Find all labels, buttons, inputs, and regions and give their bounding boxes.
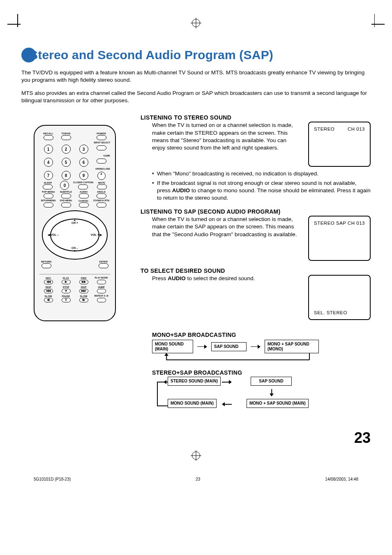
tv-screen-stereo: STEREOCH 013	[308, 122, 371, 167]
section-body-stereo: When the TV is turned on or a channel se…	[152, 122, 300, 152]
flow-chart-mono-sap: MONO SOUND (MAIN) SAP SOUND MONO + SAP S…	[152, 340, 371, 364]
page-number: 23	[141, 429, 371, 447]
section-body-select: Press AUDIO to select the desired sound.	[152, 275, 300, 282]
flow-chart-stereo-sap: STEREO SOUND (MAIN) SAP SOUND MONO SOUND…	[152, 377, 371, 422]
footer: 5G10101D (P18-23) 23 14/08/2003, 14:48	[21, 477, 371, 481]
bullet-audio-key: If the broadcast signal is not strong en…	[152, 180, 371, 202]
section-heading-sap: LISTENING TO SAP (SECOND AUDIO PROGRAM)	[141, 208, 371, 215]
remote-control-diagram: RECALL TV/DVD POWER INPUT SELECT 1 2 3 G…	[34, 125, 116, 321]
tv-screen-select: SEL. STEREO	[308, 275, 371, 320]
tv-screen-sap: STEREO SAPCH 013	[308, 216, 371, 261]
registration-marks	[0, 21, 392, 29]
flow1-heading: MONO+SAP BROADCASTING	[152, 332, 371, 338]
bullet-mono: When "Mono" broadcasting is received, no…	[152, 170, 371, 177]
section-heading-select: TO SELECT DESIRED SOUND	[141, 267, 371, 274]
section-heading-stereo: LISTENING TO STEREO SOUND	[141, 114, 371, 121]
footer-doc-id: 5G10101D (P18-23)	[34, 477, 71, 481]
intro-paragraph-2: MTS also provides an extra channel calle…	[21, 90, 371, 104]
footer-date: 14/08/2003, 14:48	[325, 477, 358, 481]
section-body-sap: When the TV is turned on or a channel se…	[152, 216, 300, 238]
footer-page: 23	[196, 477, 200, 481]
intro-paragraph-1: The TV/DVD is equipped with a feature kn…	[21, 69, 371, 84]
page-title: Stereo and Second Audio Program (SAP)	[30, 48, 273, 62]
flow2-heading: STEREO+SAP BROADCASTING	[152, 369, 371, 376]
